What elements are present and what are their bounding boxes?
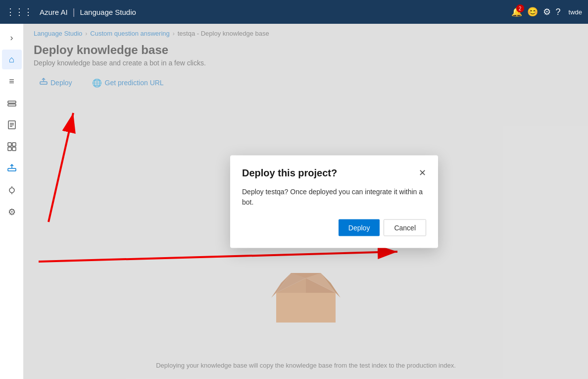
sidebar-item-deploy[interactable] [2, 159, 22, 178]
sidebar-item-collapse[interactable]: › [2, 28, 22, 48]
dialog-header: Deploy this project? ✕ [242, 167, 426, 178]
settings-icon[interactable]: ⚙ [543, 6, 551, 17]
dialog-deploy-button[interactable]: Deploy [339, 219, 380, 236]
sidebar-item-build[interactable] [2, 137, 22, 157]
sidebar-item-settings[interactable]: ⚙ [2, 202, 22, 222]
svg-rect-8 [8, 147, 11, 151]
dialog-footer: Deploy Cancel [242, 219, 426, 236]
sidebar-item-menu[interactable]: ≡ [2, 71, 22, 91]
studio-title: Language Studio [80, 8, 136, 16]
dialog-title: Deploy this project? [242, 167, 337, 178]
sidebar-item-home[interactable]: ⌂ [2, 50, 22, 69]
sidebar-item-insights[interactable] [2, 180, 22, 200]
svg-rect-6 [8, 143, 11, 146]
topbar-divider: | [73, 7, 75, 17]
svg-rect-0 [8, 101, 16, 103]
grid-icon[interactable]: ⋮⋮⋮ [6, 6, 33, 17]
sidebar-item-storage[interactable] [2, 93, 22, 113]
notification-icon[interactable]: 🔔 2 [511, 6, 522, 17]
svg-rect-7 [12, 143, 16, 146]
dialog-cancel-button[interactable]: Cancel [384, 219, 426, 236]
svg-rect-1 [8, 104, 16, 106]
svg-point-11 [9, 188, 14, 193]
dialog-close-button[interactable]: ✕ [419, 167, 426, 178]
app-title: Azure AI [40, 8, 68, 16]
help-icon[interactable]: ? [556, 7, 561, 17]
notification-badge: 2 [516, 4, 524, 12]
sidebar-item-documents[interactable] [2, 115, 22, 135]
smiley-icon[interactable]: 😊 [527, 6, 538, 17]
dialog-body: Deploy testqa? Once deployed you can int… [242, 186, 426, 207]
svg-rect-9 [12, 147, 16, 151]
sidebar: › ⌂ ≡ [0, 24, 24, 379]
main-content: Language Studio › Custom question answer… [24, 24, 588, 379]
topbar: ⋮⋮⋮ Azure AI | Language Studio 🔔 2 😊 ⚙ ?… [0, 0, 588, 24]
deploy-dialog: Deploy this project? ✕ Deploy testqa? On… [230, 155, 438, 248]
svg-rect-10 [8, 168, 16, 171]
topbar-right: 🔔 2 😊 ⚙ ? twde [511, 6, 582, 17]
user-avatar[interactable]: twde [569, 8, 582, 16]
